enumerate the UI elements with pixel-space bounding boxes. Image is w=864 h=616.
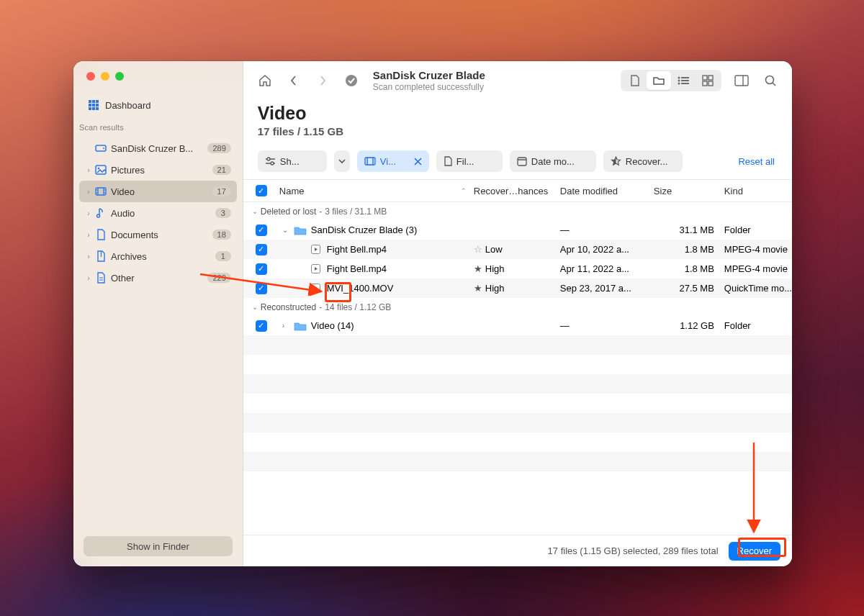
star-outline-icon: ☆ (474, 244, 482, 255)
svg-point-24 (346, 75, 357, 86)
star-fill-icon: ★ (474, 283, 482, 294)
column-recovery[interactable]: Recover…hances (474, 186, 560, 196)
toolbar: SanDisk Cruzer Blade Scan completed succ… (243, 61, 792, 100)
view-list-button[interactable] (671, 71, 696, 90)
nav-forward-button[interactable] (312, 71, 333, 91)
empty-row (243, 335, 792, 355)
column-date[interactable]: Date modified (560, 186, 654, 196)
picture-icon (94, 165, 108, 175)
filter-file-button[interactable]: Fil... (436, 150, 503, 172)
row-kind: QuickTime mo... (724, 283, 792, 294)
filter-bar: Sh... Vi... Fil... (243, 137, 792, 179)
svg-point-29 (678, 83, 680, 85)
svg-point-40 (267, 158, 270, 160)
row-checkbox[interactable]: ✓ (256, 225, 267, 236)
nav-back-button[interactable] (284, 71, 304, 91)
svg-rect-43 (365, 158, 375, 165)
row-date: Apr 11, 2022 a... (560, 263, 654, 274)
row-recovery: ★High (474, 263, 560, 274)
empty-row (243, 413, 792, 432)
select-all-checkbox[interactable]: ✓ (256, 185, 267, 196)
view-grid-button[interactable] (696, 71, 720, 90)
table-row[interactable]: ✓ ⌄ SanDisk Cruzer Blade (3) — 31.1 MB F… (243, 220, 792, 240)
folder-icon (294, 224, 307, 237)
view-switcher (621, 70, 721, 91)
svg-point-27 (678, 80, 680, 82)
group-header-reconstructed[interactable]: ⌄ Reconstructed - 14 files / 1.12 GB (243, 298, 792, 316)
svg-point-37 (766, 76, 774, 84)
inspector-button[interactable] (732, 71, 752, 91)
toolbar-title-block: SanDisk Cruzer Blade Scan completed succ… (370, 69, 612, 92)
column-name[interactable]: Name ⌃ (279, 186, 474, 196)
table-header: ✓ Name ⌃ Recover…hances Date modified Si… (243, 179, 792, 202)
empty-row (243, 471, 792, 491)
chevron-right-icon[interactable]: › (282, 322, 289, 330)
row-date: Sep 23, 2017 a... (560, 283, 654, 294)
svg-rect-26 (681, 77, 689, 78)
zoom-icon[interactable] (115, 72, 124, 81)
sidebar-item-video[interactable]: › Video 17 (79, 181, 237, 202)
view-file-button[interactable] (622, 71, 647, 90)
row-checkbox[interactable]: ✓ (256, 263, 267, 275)
reset-all-button[interactable]: Reset all (735, 156, 778, 167)
status-check-icon (341, 71, 361, 91)
row-name: Video (14) (311, 320, 354, 331)
column-kind[interactable]: Kind (724, 186, 792, 196)
sidebar-item-other[interactable]: › Other 229 (79, 267, 237, 289)
column-size[interactable]: Size (654, 186, 724, 196)
row-checkbox[interactable]: ✓ (256, 283, 267, 294)
empty-row (243, 394, 792, 413)
row-checkbox[interactable]: ✓ (256, 320, 267, 332)
music-icon (94, 207, 108, 219)
svg-rect-2 (96, 100, 99, 103)
star-fill-icon: ★ (474, 263, 482, 274)
sidebar-item-dashboard[interactable]: Dashboard (79, 94, 237, 116)
search-button[interactable] (760, 71, 780, 91)
app-window: Dashboard Scan results SanDisk Cruzer B.… (73, 61, 792, 566)
view-folder-button[interactable] (647, 71, 671, 90)
toolbar-title: SanDisk Cruzer Blade (373, 69, 612, 81)
sidebar-item-documents[interactable]: › Documents 18 (79, 224, 237, 245)
filter-show-dropdown[interactable] (334, 150, 350, 172)
table-body: ⌄ Deleted or lost - 3 files / 31.1 MB ✓ … (243, 202, 792, 491)
filter-recovery-button[interactable]: Recover... (603, 150, 683, 172)
chevron-right-icon: › (84, 231, 94, 239)
show-in-finder-button[interactable]: Show in Finder (84, 536, 233, 556)
page-title: Video (258, 103, 778, 124)
table-row[interactable]: ✓ MVI_1400.MOV ★High Sep 23, 2017 a... 2… (243, 278, 792, 298)
recover-button[interactable]: Recover (729, 542, 780, 561)
close-icon[interactable] (414, 158, 422, 166)
sidebar-item-audio[interactable]: › Audio 3 (79, 202, 237, 224)
svg-rect-1 (92, 100, 95, 103)
home-button[interactable] (255, 71, 275, 91)
svg-point-42 (271, 162, 274, 165)
group-meta: 3 files / 31.1 MB (325, 207, 387, 217)
sidebar-item-device[interactable]: SanDisk Cruzer B... 289 (79, 137, 237, 159)
svg-rect-6 (89, 107, 91, 110)
svg-rect-4 (92, 104, 95, 107)
sidebar: Dashboard Scan results SanDisk Cruzer B.… (73, 61, 243, 566)
filter-show-button[interactable]: Sh... (258, 150, 327, 172)
filter-video-label: Vi... (380, 156, 396, 167)
table-row[interactable]: ✓ › Video (14) — 1.12 GB Folder (243, 316, 792, 335)
close-icon[interactable] (86, 72, 95, 81)
table-row[interactable]: ✓ Fight Bell.mp4 ★High Apr 11, 2022 a...… (243, 259, 792, 278)
chevron-down-icon[interactable]: ⌄ (282, 226, 289, 234)
drive-icon (94, 144, 108, 153)
filter-show-label: Sh... (280, 156, 300, 167)
filter-video-pill[interactable]: Vi... (357, 150, 429, 172)
group-header-deleted[interactable]: ⌄ Deleted or lost - 3 files / 31.1 MB (243, 202, 792, 220)
row-size: 1.8 MB (654, 263, 724, 274)
row-checkbox[interactable]: ✓ (256, 244, 267, 255)
row-date: Apr 10, 2022 a... (560, 244, 654, 255)
minimize-icon[interactable] (101, 72, 109, 81)
folder-icon (294, 320, 307, 332)
table-row[interactable]: ✓ Fight Bell.mp4 ☆Low Apr 10, 2022 a... … (243, 240, 792, 259)
filter-date-button[interactable]: Date mo... (510, 150, 596, 172)
svg-rect-5 (96, 104, 99, 107)
sidebar-item-pictures[interactable]: › Pictures 21 (79, 159, 237, 181)
row-kind: MPEG-4 movie (724, 244, 792, 255)
chevron-right-icon: › (84, 253, 94, 261)
svg-point-25 (678, 77, 680, 79)
sidebar-item-archives[interactable]: › Archives 1 (79, 245, 237, 267)
